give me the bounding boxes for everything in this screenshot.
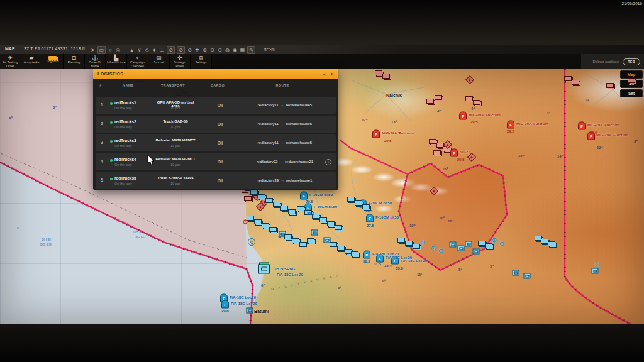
blue-structure-icon[interactable] (465, 241, 472, 247)
red-ground-unit-icon[interactable] (428, 100, 435, 105)
grid-toggle-icon[interactable]: ▦ (240, 47, 245, 53)
menu-infrastructure[interactable]: ▙Infrastructure (106, 54, 127, 69)
unit-label[interactable]: F/A-18C Lot 20 (231, 302, 257, 305)
waypoint-tool-icon[interactable]: ◇ (144, 47, 150, 53)
label-toggle-icon[interactable]: ⊘ (167, 46, 175, 54)
blue-factory-icon[interactable]: ⚙ (491, 237, 497, 244)
blue-ground-unit-icon[interactable] (486, 244, 494, 250)
blue-structure-icon[interactable] (524, 273, 531, 279)
logistics-row-5[interactable]: 5redTrucks5On the wayTruck KAMAZ 4310110… (96, 172, 336, 189)
red-flight-icon[interactable]: F (372, 130, 380, 138)
blue-base-icon[interactable] (258, 265, 270, 274)
unit-label[interactable]: MiG-29A 'Fulcrum' (382, 131, 414, 135)
label-toggle-2-icon[interactable]: ⊘ (177, 46, 185, 54)
unit-label[interactable]: F/A-18C Lot 20 (401, 259, 427, 263)
area-tool-icon[interactable]: ◎ (115, 47, 121, 53)
menu-logistics[interactable]: Logistics (42, 54, 64, 69)
red-ground-unit-icon[interactable] (608, 84, 615, 89)
blue-ground-unit-icon[interactable] (270, 228, 278, 233)
unit-label[interactable]: Su-27 (460, 150, 470, 154)
menu-army-tasks[interactable]: ▰Army tasks (21, 54, 43, 69)
menu-planning[interactable]: ⊞Planning (64, 54, 85, 69)
unit-label[interactable]: MiG-29A 'Fulcrum' (516, 122, 549, 126)
unit-label[interactable]: F-16CM bl.50 (369, 201, 392, 205)
logistics-titlebar[interactable]: LOGISTICS – ✕ (93, 69, 338, 79)
pan-tool-icon[interactable]: ✚ (194, 47, 200, 53)
label-toggle-3-icon[interactable]: ⊘ (187, 47, 192, 53)
red-flight-icon[interactable]: F (578, 122, 586, 130)
unit-toggle-button[interactable]: ft=>m (264, 47, 275, 52)
red-ground-unit-icon[interactable] (435, 151, 442, 156)
red-flight-icon[interactable]: F (507, 121, 514, 129)
red-ground-unit-icon[interactable] (474, 101, 482, 106)
blue-structure-icon[interactable] (513, 270, 519, 276)
red-ground-unit-icon[interactable] (573, 81, 580, 86)
blue-ground-unit-icon[interactable] (289, 211, 297, 216)
blue-structure-icon[interactable] (592, 268, 599, 274)
logistics-row-1[interactable]: 1redTrucks1On the wayGPU APA-5D on Ural … (96, 97, 336, 114)
blue-flight-icon[interactable]: F (366, 214, 374, 222)
zoom-out-icon[interactable]: ⊖ (209, 47, 215, 53)
route-tool-icon[interactable]: ⋎ (136, 47, 142, 53)
blue-ground-unit-icon[interactable] (414, 245, 421, 250)
blue-ground-unit-icon[interactable] (308, 239, 316, 244)
blue-structure-icon[interactable] (450, 242, 457, 248)
blue-structure-icon[interactable] (247, 308, 253, 314)
blue-ground-unit-icon[interactable] (301, 243, 308, 248)
menu-strategic-rules[interactable]: ✜Strategic Rules (170, 54, 191, 69)
unit-label[interactable]: MiG-29A 'Fulcrum' (596, 133, 629, 137)
blue-factory-icon[interactable]: ⚙ (594, 261, 601, 268)
blue-factory-icon[interactable]: ⚙ (430, 245, 436, 252)
red-flight-icon[interactable]: F (459, 112, 467, 120)
minimize-button[interactable]: – (323, 69, 325, 79)
unit-label[interactable]: MiG-29A 'Fulcrum' (469, 113, 501, 117)
menu-journal[interactable]: ▤Journal (148, 54, 170, 69)
unit-label[interactable]: F/A-18C Lot 20 (277, 273, 303, 277)
red-ground-unit-icon[interactable] (245, 197, 253, 202)
red-flight-icon[interactable]: F (450, 149, 458, 157)
blue-structure-icon[interactable] (458, 246, 465, 251)
logistics-row-4[interactable]: 4redTrucks4On the wayRefueler M978 HEMTT… (96, 153, 336, 170)
blue-flight-icon[interactable]: F (221, 300, 229, 309)
red-ground-unit-icon[interactable] (629, 79, 636, 84)
circle-tool-icon[interactable]: ○ (108, 47, 113, 53)
blue-ground-unit-icon[interactable] (352, 253, 360, 258)
unit-label[interactable]: F-16CM bl.50 (314, 205, 337, 209)
cursor-tool-icon[interactable]: ➤ (90, 47, 96, 53)
blue-flight-icon[interactable]: F (363, 251, 370, 259)
logistics-row-2[interactable]: 2redTrucks2On the wayTruck GAZ-6610 pcsO… (96, 116, 336, 133)
zoom-in-icon[interactable]: ⊕ (202, 47, 208, 53)
draw-tool-icon[interactable]: ✎ (247, 46, 255, 54)
blue-ground-unit-icon[interactable] (549, 243, 557, 248)
unit-label[interactable]: MiG-29A 'Fulcrum' (587, 123, 620, 127)
info-icon[interactable]: i (325, 159, 331, 165)
blue-flight-icon[interactable]: F (300, 192, 308, 200)
map-view-sat-button[interactable]: Sat (620, 89, 643, 97)
zoom-reset-icon[interactable]: ⊙ (217, 47, 223, 53)
unit-label[interactable]: F-16CM bl.50 (375, 216, 399, 219)
menu-settings[interactable]: ⚙Settings (191, 54, 212, 69)
blue-structure-icon[interactable] (473, 249, 480, 255)
menu-air-tasking-order[interactable]: ✈Air Tasking Order (0, 54, 21, 69)
blue-factory-icon[interactable]: ⚙ (438, 248, 444, 255)
globe-icon[interactable]: ◉ (232, 47, 238, 53)
unit-label[interactable]: F/A-18C Lot 20 (230, 295, 256, 299)
red-ground-unit-icon[interactable] (384, 75, 391, 80)
red-ground-unit-icon[interactable] (436, 96, 443, 101)
menu-campaign-overview[interactable]: ⌖Campaign Overview (127, 54, 148, 69)
unit-label[interactable]: F-16CM bl.50 (309, 193, 333, 197)
close-button[interactable]: ✕ (330, 69, 334, 79)
blue-factory-icon[interactable]: ⚙ (499, 241, 505, 248)
menu-order-of-battle[interactable]: ⚓Order Of Battle (85, 54, 106, 69)
globe-dotted-icon[interactable]: ◍ (225, 47, 230, 53)
coalition-toggle-button[interactable]: RED (623, 58, 640, 65)
unit-label[interactable]: 1519 SBNG (275, 267, 295, 271)
terrain-tool-icon[interactable]: ▴ (129, 47, 135, 53)
blue-structure-icon[interactable] (311, 230, 318, 236)
beacon-tool-icon[interactable]: ⊥ (159, 47, 165, 53)
ruler-tool-icon[interactable]: ▭ (97, 46, 106, 54)
signal-tool-icon[interactable]: ♦ (152, 47, 157, 53)
blue-ground-unit-icon[interactable] (336, 226, 343, 231)
logistics-row-3[interactable]: 3redTrucks3On the wayRefueler M978 HEMTT… (96, 134, 336, 151)
blue-artillery-icon[interactable] (248, 238, 255, 246)
